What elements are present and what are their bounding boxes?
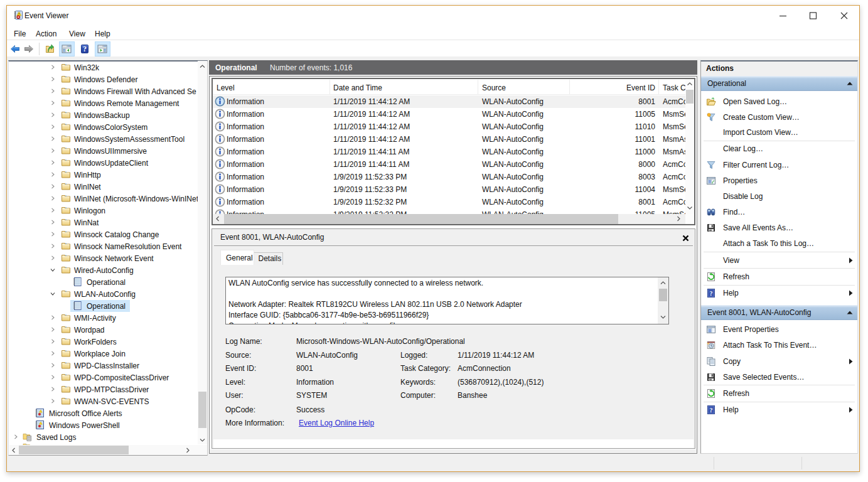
svg-text:?: ? [710,290,713,297]
svg-text:?: ? [83,45,87,53]
svg-text:?: ? [710,407,713,414]
